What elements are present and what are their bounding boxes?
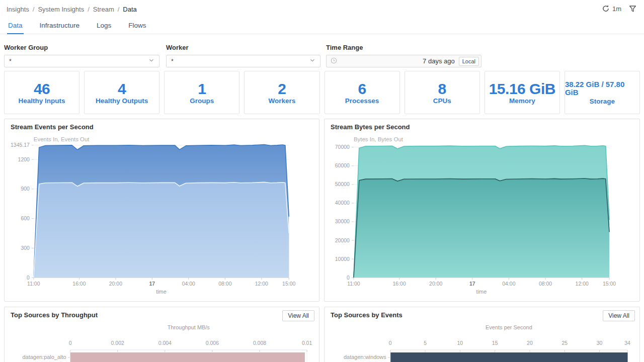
stat-card-cpus[interactable]: 8 CPUs <box>405 71 480 114</box>
timezone-local-button[interactable]: Local <box>459 57 479 66</box>
stat-value: 4 <box>118 80 126 97</box>
svg-text:10: 10 <box>457 340 463 346</box>
stat-label: Processes <box>345 97 379 105</box>
stat-label: Storage <box>590 98 615 105</box>
stat-card-groups[interactable]: 1 Groups <box>164 71 239 114</box>
tab-flows[interactable]: Flows <box>127 20 147 34</box>
stat-card-healthy-inputs[interactable]: 46 Healthy Inputs <box>4 71 79 114</box>
view-all-button[interactable]: View All <box>603 310 635 321</box>
stat-value: 46 <box>34 80 50 97</box>
stat-cards-row: 46 Healthy Inputs 4 Healthy Outputs 1 Gr… <box>4 71 640 114</box>
svg-text:15: 15 <box>492 340 498 346</box>
breadcrumb-separator: / <box>33 6 35 13</box>
stat-label: Healthy Inputs <box>19 97 65 105</box>
tab-data[interactable]: Data <box>7 20 24 34</box>
svg-text:0.002: 0.002 <box>111 340 124 346</box>
worker-label: Worker <box>166 44 320 51</box>
svg-text:1345.17: 1345.17 <box>11 142 30 148</box>
chevron-down-icon <box>309 57 315 65</box>
time-range-filter: Time Range 7 days ago Local <box>326 44 481 67</box>
svg-text:Bytes In, Bytes Out: Bytes In, Bytes Out <box>354 136 404 142</box>
stream-events-per-second-chart: 1345.171200900600300011:0016:0020:001704… <box>5 119 319 301</box>
time-range-label: Time Range <box>326 44 481 51</box>
view-all-button[interactable]: View All <box>282 310 314 321</box>
svg-text:15:00: 15:00 <box>603 281 616 287</box>
tab-infrastructure[interactable]: Infrastructure <box>39 20 81 34</box>
stream-bytes-panel: Stream Bytes per Second 7000060000500004… <box>324 119 640 302</box>
svg-text:1200: 1200 <box>18 157 30 162</box>
refresh-button[interactable]: 1m <box>602 5 621 13</box>
svg-text:time: time <box>156 289 167 295</box>
breadcrumb-insights[interactable]: Insights <box>7 6 29 13</box>
top-sources-events-panel: Top Sources by Events View All Events pe… <box>324 307 640 362</box>
svg-text:datagen:windows: datagen:windows <box>344 354 386 360</box>
svg-text:20:00: 20:00 <box>429 281 442 287</box>
panel-title: Top Sources by Events <box>331 311 403 319</box>
svg-text:60000: 60000 <box>335 163 350 168</box>
svg-text:Events In, Events Out: Events In, Events Out <box>34 136 90 142</box>
svg-text:30000: 30000 <box>335 219 350 224</box>
monitoring-dashboard: Insights / System Insights / Stream / Da… <box>0 0 644 362</box>
worker-group-select[interactable]: * <box>4 55 159 67</box>
svg-text:70000: 70000 <box>335 144 350 150</box>
svg-text:0: 0 <box>347 275 350 281</box>
svg-text:34: 34 <box>624 340 630 346</box>
svg-text:600: 600 <box>21 216 30 221</box>
svg-text:15:00: 15:00 <box>282 281 295 287</box>
panel-title: Top Sources by Throughput <box>11 311 98 319</box>
stat-label: Workers <box>269 97 296 105</box>
stat-value: 15.16 GiB <box>489 80 555 97</box>
svg-text:20000: 20000 <box>335 238 350 243</box>
svg-text:40000: 40000 <box>335 200 350 206</box>
svg-text:30: 30 <box>597 340 603 346</box>
svg-text:0: 0 <box>69 340 72 346</box>
tab-bar: Data Infrastructure Logs Flows <box>0 20 644 34</box>
stat-value: 6 <box>358 80 366 97</box>
svg-text:0: 0 <box>389 340 392 346</box>
svg-text:16:00: 16:00 <box>72 281 86 287</box>
svg-text:300: 300 <box>21 245 30 251</box>
breadcrumb-separator: / <box>118 6 120 13</box>
stat-value: 1 <box>198 80 206 97</box>
svg-text:5: 5 <box>424 340 427 346</box>
svg-text:20: 20 <box>527 340 533 346</box>
worker-value: * <box>171 58 174 65</box>
svg-text:17: 17 <box>469 281 475 287</box>
svg-text:0.004: 0.004 <box>158 340 172 346</box>
panel-title: Stream Bytes per Second <box>331 123 410 131</box>
stat-card-processes[interactable]: 6 Processes <box>325 71 400 114</box>
svg-text:12:00: 12:00 <box>255 281 268 287</box>
worker-group-label: Worker Group <box>4 44 159 51</box>
refresh-interval-label: 1m <box>612 5 621 13</box>
stat-card-healthy-outputs[interactable]: 4 Healthy Outputs <box>84 71 159 114</box>
svg-text:11:00: 11:00 <box>347 281 360 287</box>
stat-label: Memory <box>509 97 535 105</box>
worker-filter: Worker * <box>166 44 320 67</box>
tab-logs[interactable]: Logs <box>96 20 112 34</box>
stat-card-storage[interactable]: 38.22 GiB / 57.80 GiB Storage <box>565 71 640 114</box>
svg-text:0.01: 0.01 <box>302 340 312 346</box>
breadcrumb-stream[interactable]: Stream <box>93 6 114 13</box>
breadcrumb-system-insights[interactable]: System Insights <box>38 6 84 13</box>
svg-text:Events per Second: Events per Second <box>486 324 532 330</box>
stat-card-workers[interactable]: 2 Workers <box>244 71 319 114</box>
refresh-icon <box>602 5 610 13</box>
worker-select[interactable]: * <box>166 55 320 67</box>
svg-text:11:00: 11:00 <box>27 281 40 287</box>
top-sources-throughput-panel: Top Sources by Throughput View All Throu… <box>4 307 319 362</box>
svg-text:20:00: 20:00 <box>109 281 122 287</box>
svg-text:time: time <box>476 289 487 295</box>
stat-card-memory[interactable]: 15.16 GiB Memory <box>485 71 560 114</box>
stat-value: 8 <box>438 80 446 97</box>
svg-text:10000: 10000 <box>335 256 350 262</box>
time-range-field[interactable]: 7 days ago Local <box>326 55 481 67</box>
svg-text:0: 0 <box>27 275 30 281</box>
svg-text:50000: 50000 <box>335 182 350 187</box>
svg-text:04:00: 04:00 <box>182 281 195 287</box>
svg-text:08:00: 08:00 <box>539 281 552 287</box>
stat-label: Healthy Outputs <box>96 97 148 105</box>
stat-value: 2 <box>278 80 286 97</box>
funnel-icon[interactable] <box>629 5 636 13</box>
svg-text:900: 900 <box>21 186 30 192</box>
stat-value: 38.22 GiB / 57.80 GiB <box>565 80 639 97</box>
